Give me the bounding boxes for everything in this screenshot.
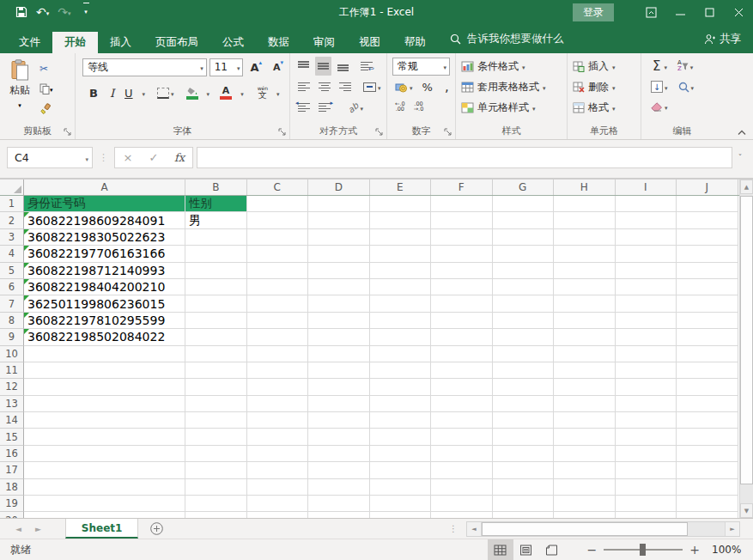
fill-color-button[interactable]: [184, 83, 201, 102]
fill-button[interactable]: ↓: [648, 77, 671, 96]
cell-E10[interactable]: [370, 346, 432, 362]
cell-E13[interactable]: [370, 396, 432, 412]
cell-J15[interactable]: [677, 429, 738, 445]
delete-cells-button[interactable]: 删除: [569, 76, 639, 97]
underline-button[interactable]: U: [121, 83, 137, 102]
cell-E20[interactable]: [370, 512, 432, 518]
cell-E12[interactable]: [370, 379, 432, 395]
cell-D7[interactable]: [308, 295, 370, 312]
number-dialog-launcher[interactable]: [444, 128, 453, 137]
cell-C5[interactable]: [247, 263, 309, 279]
accounting-format-button[interactable]: [392, 77, 416, 96]
align-left-button[interactable]: [295, 77, 313, 96]
cell-G5[interactable]: [493, 263, 555, 279]
cell-A9[interactable]: 360822198502084022: [24, 329, 185, 345]
horizontal-scroll-thumb[interactable]: [482, 522, 688, 536]
cell-F13[interactable]: [431, 396, 493, 412]
cell-B9[interactable]: [185, 329, 247, 345]
row-header-18[interactable]: 18: [0, 479, 24, 496]
vertical-scrollbar[interactable]: ▲ ▼: [739, 180, 753, 518]
cell-B20[interactable]: [185, 512, 247, 518]
normal-view-button[interactable]: [488, 539, 513, 560]
cell-J10[interactable]: [677, 346, 738, 362]
column-header-J[interactable]: J: [677, 180, 738, 195]
ribbon-display-options-button[interactable]: [636, 0, 665, 24]
cell-B17[interactable]: [185, 462, 247, 478]
cell-B4[interactable]: [185, 246, 247, 262]
column-header-G[interactable]: G: [493, 180, 555, 195]
cell-A8[interactable]: 360822197810295599: [24, 313, 185, 329]
cell-G1[interactable]: [493, 196, 555, 212]
bold-button[interactable]: B: [84, 83, 103, 102]
cell-E19[interactable]: [370, 496, 432, 512]
cell-G8[interactable]: [493, 313, 555, 329]
cell-C14[interactable]: [247, 412, 309, 429]
cell-I15[interactable]: [616, 429, 677, 445]
cell-C16[interactable]: [247, 446, 309, 462]
cell-F10[interactable]: [431, 346, 493, 362]
row-header-7[interactable]: 7: [0, 295, 24, 312]
increase-indent-button[interactable]: ▸: [316, 98, 333, 117]
cell-A16[interactable]: [24, 446, 185, 462]
cell-J14[interactable]: [677, 412, 738, 429]
cell-B14[interactable]: [185, 412, 247, 429]
cell-C2[interactable]: [247, 212, 309, 228]
row-header-15[interactable]: 15: [0, 429, 24, 445]
cell-G3[interactable]: [493, 229, 555, 246]
vertical-scroll-track[interactable]: [740, 194, 753, 503]
cell-B18[interactable]: [185, 479, 247, 496]
cell-F14[interactable]: [431, 412, 493, 429]
cell-C13[interactable]: [247, 396, 309, 412]
phonetic-dropdown[interactable]: [272, 83, 282, 102]
cell-A12[interactable]: [24, 379, 185, 395]
cell-D6[interactable]: [308, 279, 370, 295]
column-header-F[interactable]: F: [431, 180, 493, 195]
row-header-2[interactable]: 2: [0, 212, 24, 228]
tab-insert[interactable]: 插入: [98, 32, 143, 54]
cell-F3[interactable]: [431, 229, 493, 246]
cell-A20[interactable]: [24, 512, 185, 518]
cell-G14[interactable]: [493, 412, 555, 429]
cell-J6[interactable]: [677, 279, 738, 295]
cell-A17[interactable]: [24, 462, 185, 478]
cell-E6[interactable]: [370, 279, 432, 295]
middle-align-button[interactable]: [315, 57, 331, 76]
paste-button[interactable]: 粘贴: [2, 56, 38, 117]
cell-A18[interactable]: [24, 479, 185, 496]
cell-G11[interactable]: [493, 362, 555, 379]
cell-C10[interactable]: [247, 346, 309, 362]
cell-H6[interactable]: [554, 279, 616, 295]
cell-F4[interactable]: [431, 246, 493, 262]
cell-J7[interactable]: [677, 295, 738, 312]
cell-D1[interactable]: [308, 196, 370, 212]
confirm-entry-button[interactable]: ✓: [141, 151, 167, 164]
cell-I7[interactable]: [616, 295, 677, 312]
column-header-A[interactable]: A: [24, 180, 185, 195]
cell-H15[interactable]: [554, 429, 616, 445]
format-cells-button[interactable]: 格式: [569, 97, 639, 118]
decrease-indent-button[interactable]: ◂: [295, 98, 313, 117]
orientation-button[interactable]: ab: [345, 98, 366, 117]
cell-E2[interactable]: [370, 212, 432, 228]
cell-J8[interactable]: [677, 313, 738, 329]
scroll-left-arrow[interactable]: ◄: [467, 522, 482, 536]
close-button[interactable]: [724, 0, 753, 24]
cell-G16[interactable]: [493, 446, 555, 462]
row-header-20[interactable]: 20: [0, 512, 24, 518]
cell-D20[interactable]: [308, 512, 370, 518]
cell-C17[interactable]: [247, 462, 309, 478]
cell-H3[interactable]: [554, 229, 616, 246]
cell-J9[interactable]: [677, 329, 738, 345]
cell-D15[interactable]: [308, 429, 370, 445]
column-header-H[interactable]: H: [554, 180, 616, 195]
cell-F9[interactable]: [431, 329, 493, 345]
column-header-B[interactable]: B: [185, 180, 247, 195]
customize-qat-button[interactable]: [80, 3, 93, 21]
scroll-up-arrow[interactable]: ▲: [740, 180, 753, 194]
cell-G17[interactable]: [493, 462, 555, 478]
cell-F17[interactable]: [431, 462, 493, 478]
cell-G15[interactable]: [493, 429, 555, 445]
align-center-button[interactable]: [316, 77, 333, 96]
cell-A10[interactable]: [24, 346, 185, 362]
cell-I5[interactable]: [616, 263, 677, 279]
